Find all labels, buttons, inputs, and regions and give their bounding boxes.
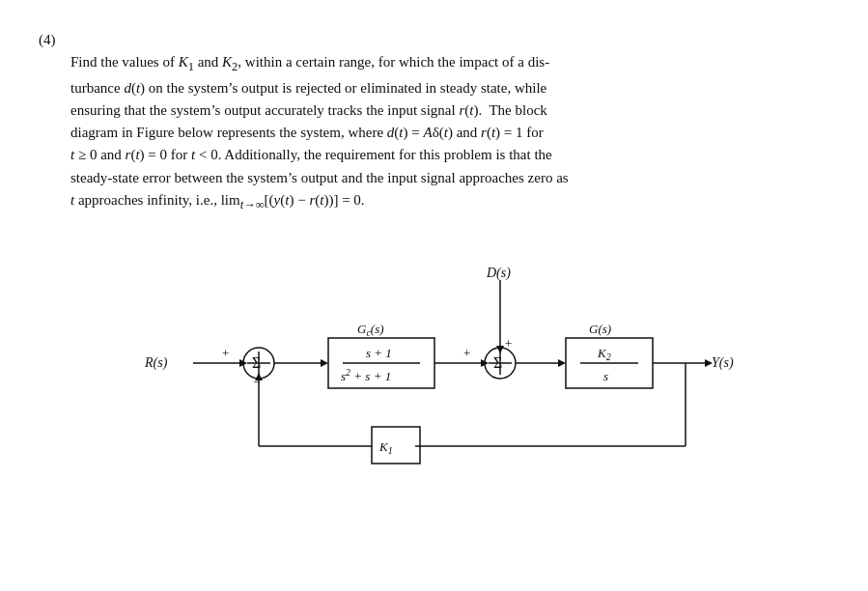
svg-marker-23 (496, 346, 504, 353)
svg-marker-7 (321, 359, 328, 367)
y-s-label: Y(s) (712, 355, 734, 371)
gc-denominator: s2 + s + 1 (341, 367, 391, 383)
page: (4) Find the values of K1 and K2, within… (0, 0, 868, 591)
g-label: G(s) (589, 322, 611, 336)
k1-label: K1 (378, 439, 393, 456)
plus1-sign: + (222, 346, 229, 360)
r-s-label: R(s) (144, 355, 168, 371)
block-diagram-area: text { font-family: 'Times New Roman', T… (39, 243, 829, 494)
d-s-label: D(s) (486, 266, 511, 281)
g-denominator: s (603, 369, 608, 383)
plus3-sign: + (505, 336, 512, 351)
problem-number: (4) (39, 32, 56, 47)
block-diagram: text { font-family: 'Times New Roman', T… (135, 243, 734, 494)
problem-body: Find the values of K1 and K2, within a c… (39, 51, 829, 214)
svg-text:Σ: Σ (493, 354, 502, 371)
plus2-sign: + (463, 346, 470, 360)
gc-numerator: s + 1 (366, 346, 392, 360)
problem-text: (4) Find the values of K1 and K2, within… (39, 29, 829, 214)
g-numerator: K2 (597, 346, 611, 362)
svg-marker-17 (558, 359, 566, 367)
svg-text:Σ: Σ (252, 354, 261, 371)
gc-label: Gc(s) (357, 322, 384, 338)
